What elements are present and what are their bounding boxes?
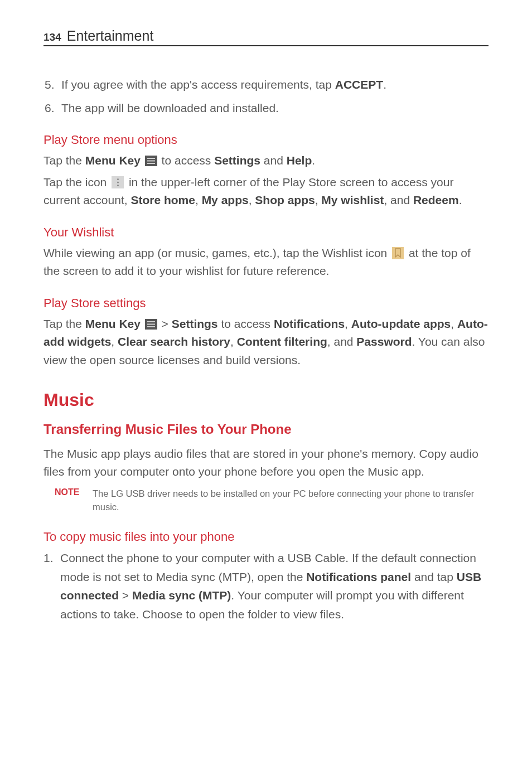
heading-music: Music bbox=[43, 390, 489, 410]
menu-key-label: Menu Key bbox=[85, 317, 144, 330]
step-number: 5. bbox=[45, 75, 57, 94]
overflow-icon bbox=[112, 176, 124, 188]
heading-to-copy-music: To copy music files into your phone bbox=[43, 530, 489, 544]
settings-label: Settings bbox=[214, 154, 260, 167]
paragraph: The Music app plays audio files that are… bbox=[43, 445, 489, 481]
my-wishlist-label: My wishlist bbox=[321, 193, 384, 206]
heading-transferring-music: Transferring Music Files to Your Phone bbox=[43, 422, 489, 437]
note-label: NOTE bbox=[55, 487, 83, 515]
step-body: The app will be downloaded and installed… bbox=[61, 99, 489, 118]
menu-icon bbox=[145, 319, 157, 330]
heading-your-wishlist: Your Wishlist bbox=[43, 225, 489, 240]
note: NOTE The LG USB driver needs to be insta… bbox=[43, 487, 489, 515]
step-6: 6. The app will be downloaded and instal… bbox=[43, 99, 489, 118]
content-filtering-label: Content filtering bbox=[237, 335, 327, 348]
heading-play-store-menu-options: Play Store menu options bbox=[43, 133, 489, 147]
clear-search-history-label: Clear search history bbox=[118, 335, 230, 348]
password-label: Password bbox=[356, 335, 412, 348]
note-body: The LG USB driver needs to be installed … bbox=[93, 487, 489, 515]
heading-play-store-settings: Play Store settings bbox=[43, 296, 489, 311]
help-label: Help bbox=[287, 154, 312, 167]
notifications-label: Notifications bbox=[274, 317, 345, 330]
auto-update-apps-label: Auto-update apps bbox=[351, 317, 451, 330]
wishlist-icon bbox=[392, 247, 404, 259]
store-home-label: Store home bbox=[130, 193, 195, 206]
page-header: 134 Entertainment bbox=[43, 28, 489, 46]
page-number: 134 bbox=[43, 31, 61, 43]
shop-apps-label: Shop apps bbox=[255, 193, 315, 206]
my-apps-label: My apps bbox=[202, 193, 249, 206]
step-body: If you agree with the app's access requi… bbox=[61, 75, 489, 94]
media-sync-mtp-label: Media sync (MTP) bbox=[132, 589, 231, 602]
section-title: Entertainment bbox=[67, 28, 154, 44]
menu-icon bbox=[145, 156, 157, 166]
paragraph: Tap the Menu Key to access Settings and … bbox=[43, 152, 489, 170]
step-1: 1. Connect the phone to your computer wi… bbox=[43, 549, 489, 623]
paragraph: Tap the Menu Key > Settings to access No… bbox=[43, 315, 489, 370]
paragraph: While viewing an app (or music, games, e… bbox=[43, 244, 489, 280]
step-body: Connect the phone to your computer with … bbox=[60, 549, 489, 623]
settings-label: Settings bbox=[172, 317, 218, 330]
step-number: 1. bbox=[43, 549, 56, 623]
redeem-label: Redeem bbox=[413, 193, 459, 206]
step-number: 6. bbox=[45, 99, 57, 118]
notifications-panel-label: Notifications panel bbox=[306, 570, 411, 583]
step-5: 5. If you agree with the app's access re… bbox=[43, 75, 489, 94]
accept-label: ACCEPT bbox=[335, 78, 383, 91]
menu-key-label: Menu Key bbox=[85, 154, 144, 167]
paragraph: Tap the icon in the upper-left corner of… bbox=[43, 173, 489, 210]
